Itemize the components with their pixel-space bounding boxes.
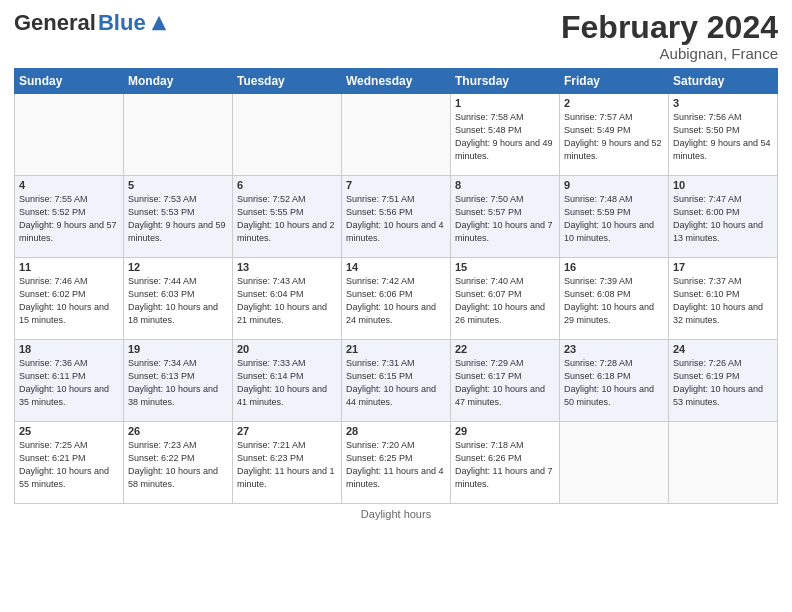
logo-general: General — [14, 10, 96, 36]
day-info: Sunrise: 7:28 AM Sunset: 6:18 PM Dayligh… — [564, 357, 664, 409]
day-info: Sunrise: 7:31 AM Sunset: 6:15 PM Dayligh… — [346, 357, 446, 409]
day-info: Sunrise: 7:50 AM Sunset: 5:57 PM Dayligh… — [455, 193, 555, 245]
week-row-3: 11Sunrise: 7:46 AM Sunset: 6:02 PM Dayli… — [15, 258, 778, 340]
day-cell: 24Sunrise: 7:26 AM Sunset: 6:19 PM Dayli… — [669, 340, 778, 422]
footer: Daylight hours — [14, 508, 778, 520]
day-info: Sunrise: 7:36 AM Sunset: 6:11 PM Dayligh… — [19, 357, 119, 409]
day-info: Sunrise: 7:48 AM Sunset: 5:59 PM Dayligh… — [564, 193, 664, 245]
day-cell: 29Sunrise: 7:18 AM Sunset: 6:26 PM Dayli… — [451, 422, 560, 504]
day-info: Sunrise: 7:53 AM Sunset: 5:53 PM Dayligh… — [128, 193, 228, 245]
day-cell: 5Sunrise: 7:53 AM Sunset: 5:53 PM Daylig… — [124, 176, 233, 258]
day-cell — [233, 94, 342, 176]
month-title: February 2024 — [561, 10, 778, 45]
day-cell: 8Sunrise: 7:50 AM Sunset: 5:57 PM Daylig… — [451, 176, 560, 258]
day-cell — [342, 94, 451, 176]
week-row-4: 18Sunrise: 7:36 AM Sunset: 6:11 PM Dayli… — [15, 340, 778, 422]
day-cell: 6Sunrise: 7:52 AM Sunset: 5:55 PM Daylig… — [233, 176, 342, 258]
day-info: Sunrise: 7:43 AM Sunset: 6:04 PM Dayligh… — [237, 275, 337, 327]
day-number: 19 — [128, 343, 228, 355]
day-number: 17 — [673, 261, 773, 273]
day-number: 24 — [673, 343, 773, 355]
day-info: Sunrise: 7:18 AM Sunset: 6:26 PM Dayligh… — [455, 439, 555, 491]
day-number: 16 — [564, 261, 664, 273]
logo: GeneralBlue — [14, 10, 168, 36]
day-cell: 27Sunrise: 7:21 AM Sunset: 6:23 PM Dayli… — [233, 422, 342, 504]
week-row-2: 4Sunrise: 7:55 AM Sunset: 5:52 PM Daylig… — [15, 176, 778, 258]
day-number: 25 — [19, 425, 119, 437]
day-number: 6 — [237, 179, 337, 191]
day-number: 7 — [346, 179, 446, 191]
day-number: 2 — [564, 97, 664, 109]
day-info: Sunrise: 7:57 AM Sunset: 5:49 PM Dayligh… — [564, 111, 664, 163]
day-number: 18 — [19, 343, 119, 355]
logo-icon — [150, 14, 168, 32]
day-number: 26 — [128, 425, 228, 437]
day-cell: 9Sunrise: 7:48 AM Sunset: 5:59 PM Daylig… — [560, 176, 669, 258]
day-cell — [560, 422, 669, 504]
calendar-table: SundayMondayTuesdayWednesdayThursdayFrid… — [14, 68, 778, 504]
col-header-tuesday: Tuesday — [233, 69, 342, 94]
logo-blue: Blue — [98, 10, 146, 36]
day-info: Sunrise: 7:39 AM Sunset: 6:08 PM Dayligh… — [564, 275, 664, 327]
header: GeneralBlue February 2024 Aubignan, Fran… — [14, 10, 778, 62]
day-cell: 2Sunrise: 7:57 AM Sunset: 5:49 PM Daylig… — [560, 94, 669, 176]
day-cell: 17Sunrise: 7:37 AM Sunset: 6:10 PM Dayli… — [669, 258, 778, 340]
day-cell: 10Sunrise: 7:47 AM Sunset: 6:00 PM Dayli… — [669, 176, 778, 258]
col-header-thursday: Thursday — [451, 69, 560, 94]
day-number: 9 — [564, 179, 664, 191]
col-header-wednesday: Wednesday — [342, 69, 451, 94]
day-info: Sunrise: 7:52 AM Sunset: 5:55 PM Dayligh… — [237, 193, 337, 245]
day-cell: 16Sunrise: 7:39 AM Sunset: 6:08 PM Dayli… — [560, 258, 669, 340]
col-header-monday: Monday — [124, 69, 233, 94]
day-info: Sunrise: 7:40 AM Sunset: 6:07 PM Dayligh… — [455, 275, 555, 327]
day-cell: 11Sunrise: 7:46 AM Sunset: 6:02 PM Dayli… — [15, 258, 124, 340]
logo-text: GeneralBlue — [14, 10, 168, 36]
day-number: 28 — [346, 425, 446, 437]
day-number: 22 — [455, 343, 555, 355]
day-cell: 12Sunrise: 7:44 AM Sunset: 6:03 PM Dayli… — [124, 258, 233, 340]
day-info: Sunrise: 7:51 AM Sunset: 5:56 PM Dayligh… — [346, 193, 446, 245]
day-cell: 3Sunrise: 7:56 AM Sunset: 5:50 PM Daylig… — [669, 94, 778, 176]
day-cell: 22Sunrise: 7:29 AM Sunset: 6:17 PM Dayli… — [451, 340, 560, 422]
svg-marker-0 — [151, 16, 165, 30]
day-cell: 19Sunrise: 7:34 AM Sunset: 6:13 PM Dayli… — [124, 340, 233, 422]
day-info: Sunrise: 7:23 AM Sunset: 6:22 PM Dayligh… — [128, 439, 228, 491]
day-info: Sunrise: 7:21 AM Sunset: 6:23 PM Dayligh… — [237, 439, 337, 491]
day-cell: 1Sunrise: 7:58 AM Sunset: 5:48 PM Daylig… — [451, 94, 560, 176]
day-cell — [669, 422, 778, 504]
day-number: 1 — [455, 97, 555, 109]
col-header-sunday: Sunday — [15, 69, 124, 94]
day-number: 10 — [673, 179, 773, 191]
week-row-1: 1Sunrise: 7:58 AM Sunset: 5:48 PM Daylig… — [15, 94, 778, 176]
header-row: SundayMondayTuesdayWednesdayThursdayFrid… — [15, 69, 778, 94]
day-info: Sunrise: 7:46 AM Sunset: 6:02 PM Dayligh… — [19, 275, 119, 327]
subtitle: Aubignan, France — [561, 45, 778, 62]
day-info: Sunrise: 7:56 AM Sunset: 5:50 PM Dayligh… — [673, 111, 773, 163]
day-cell: 23Sunrise: 7:28 AM Sunset: 6:18 PM Dayli… — [560, 340, 669, 422]
day-number: 12 — [128, 261, 228, 273]
day-cell: 18Sunrise: 7:36 AM Sunset: 6:11 PM Dayli… — [15, 340, 124, 422]
day-cell: 14Sunrise: 7:42 AM Sunset: 6:06 PM Dayli… — [342, 258, 451, 340]
day-info: Sunrise: 7:26 AM Sunset: 6:19 PM Dayligh… — [673, 357, 773, 409]
day-number: 8 — [455, 179, 555, 191]
daylight-label: Daylight hours — [361, 508, 431, 520]
col-header-saturday: Saturday — [669, 69, 778, 94]
day-cell: 15Sunrise: 7:40 AM Sunset: 6:07 PM Dayli… — [451, 258, 560, 340]
day-info: Sunrise: 7:25 AM Sunset: 6:21 PM Dayligh… — [19, 439, 119, 491]
day-cell: 7Sunrise: 7:51 AM Sunset: 5:56 PM Daylig… — [342, 176, 451, 258]
day-info: Sunrise: 7:37 AM Sunset: 6:10 PM Dayligh… — [673, 275, 773, 327]
day-number: 11 — [19, 261, 119, 273]
page-container: GeneralBlue February 2024 Aubignan, Fran… — [0, 0, 792, 528]
day-number: 4 — [19, 179, 119, 191]
day-info: Sunrise: 7:47 AM Sunset: 6:00 PM Dayligh… — [673, 193, 773, 245]
day-cell: 25Sunrise: 7:25 AM Sunset: 6:21 PM Dayli… — [15, 422, 124, 504]
day-number: 14 — [346, 261, 446, 273]
day-number: 5 — [128, 179, 228, 191]
day-cell: 26Sunrise: 7:23 AM Sunset: 6:22 PM Dayli… — [124, 422, 233, 504]
col-header-friday: Friday — [560, 69, 669, 94]
day-number: 29 — [455, 425, 555, 437]
day-number: 15 — [455, 261, 555, 273]
day-info: Sunrise: 7:20 AM Sunset: 6:25 PM Dayligh… — [346, 439, 446, 491]
day-cell: 28Sunrise: 7:20 AM Sunset: 6:25 PM Dayli… — [342, 422, 451, 504]
day-info: Sunrise: 7:44 AM Sunset: 6:03 PM Dayligh… — [128, 275, 228, 327]
